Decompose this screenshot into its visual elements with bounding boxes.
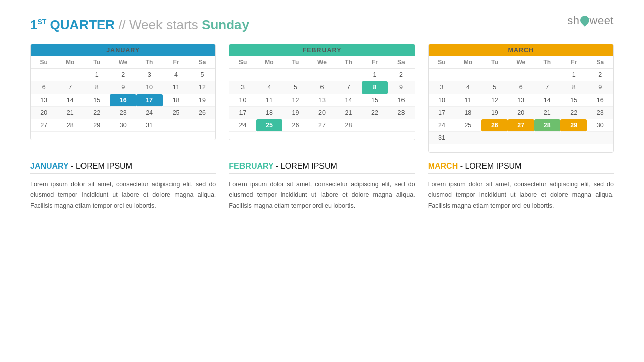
dow-cell: Mo: [455, 56, 481, 69]
day-cell: 27: [309, 119, 335, 132]
day-cell: 25: [256, 119, 282, 132]
dow-cell: Th: [534, 56, 560, 69]
info-body: Lorem ipsum dolor sit amet, consectetur …: [428, 179, 614, 211]
day-cell: 24: [136, 107, 163, 119]
day-cell: 22: [560, 107, 587, 119]
dow-cell: Sa: [587, 56, 613, 69]
day-cell: 2: [388, 69, 415, 81]
dow-cell: Tu: [84, 56, 110, 69]
day-cell: 18: [163, 94, 189, 107]
day-cell: 31: [429, 132, 455, 144]
day-cell: 11: [455, 94, 481, 107]
day-cell: 25: [455, 119, 481, 132]
day-cell: 8: [560, 81, 587, 94]
day-cell: 26: [189, 107, 216, 119]
day-cell: [282, 69, 308, 81]
day-cell: 28: [534, 119, 560, 132]
day-cell: 7: [534, 81, 560, 94]
info-title-suffix: - LOREM IPSUM: [274, 162, 337, 170]
day-cell: 14: [335, 94, 361, 107]
dow-cell: Su: [31, 56, 57, 69]
day-cell: 9: [388, 81, 415, 94]
day-cell: 10: [229, 94, 256, 107]
cal-table-january: JANUARYSuMoTuWeThFrSa1234567891011121314…: [30, 44, 216, 140]
calendar-january: JANUARYSuMoTuWeThFrSa1234567891011121314…: [30, 44, 216, 153]
dow-cell: We: [309, 56, 335, 69]
day-cell: 6: [508, 81, 534, 94]
day-cell: 21: [335, 107, 361, 119]
cal-table-february: FEBRUARYSuMoTuWeThFrSa123456789101112131…: [229, 44, 415, 140]
dow-cell: Th: [136, 56, 163, 69]
week-start-day: Sunday: [202, 17, 249, 32]
day-cell: 4: [455, 81, 481, 94]
dow-cell: Su: [229, 56, 256, 69]
day-cell: 6: [309, 81, 335, 94]
day-cell: 8: [362, 81, 388, 94]
day-cell: [229, 69, 256, 81]
day-cell: 19: [481, 107, 508, 119]
day-cell: [429, 69, 455, 81]
day-cell: [481, 132, 508, 144]
cal-month-header-february: FEBRUARY: [229, 44, 414, 56]
dow-cell: Sa: [388, 56, 415, 69]
dow-cell: We: [508, 56, 534, 69]
day-cell: [508, 69, 534, 81]
day-cell: 26: [481, 119, 508, 132]
day-cell: 23: [587, 107, 613, 119]
day-cell: 13: [31, 94, 57, 107]
day-cell: 21: [57, 107, 83, 119]
day-cell: 5: [481, 81, 508, 94]
day-cell: 19: [282, 107, 308, 119]
day-cell: 3: [136, 69, 163, 81]
day-cell: [189, 119, 216, 132]
dow-cell: Mo: [256, 56, 282, 69]
dow-cell: Fr: [362, 56, 388, 69]
day-cell: 7: [57, 81, 83, 94]
info-month-name: JANUARY: [30, 162, 69, 170]
day-cell: 17: [229, 107, 256, 119]
day-cell: 4: [256, 81, 282, 94]
day-cell: 2: [587, 69, 613, 81]
day-cell: 12: [481, 94, 508, 107]
info-block-february: FEBRUARY - LOREM IPSUMLorem ipsum dolor …: [229, 162, 415, 211]
day-cell: 24: [229, 119, 256, 132]
day-cell: 14: [534, 94, 560, 107]
ordinal-sup: ST: [37, 18, 46, 26]
day-cell: 5: [189, 69, 216, 81]
info-block-march: MARCH - LOREM IPSUMLorem ipsum dolor sit…: [428, 162, 614, 211]
day-cell: [388, 119, 415, 132]
day-cell: 18: [455, 107, 481, 119]
info-title-january: JANUARY - LOREM IPSUM: [30, 162, 216, 171]
info-title-suffix: - LOREM IPSUM: [458, 162, 521, 170]
dow-cell: Fr: [163, 56, 189, 69]
day-cell: 12: [189, 81, 216, 94]
day-cell: 3: [429, 81, 455, 94]
day-cell: 13: [309, 94, 335, 107]
info-month-name: MARCH: [428, 162, 458, 170]
day-cell: 20: [309, 107, 335, 119]
day-cell: 16: [110, 94, 136, 107]
separator: // Week starts: [118, 17, 202, 32]
day-cell: [455, 69, 481, 81]
info-section: JANUARY - LOREM IPSUMLorem ipsum dolor s…: [30, 162, 614, 211]
day-cell: [57, 69, 83, 81]
day-cell: 28: [335, 119, 361, 132]
day-cell: 27: [508, 119, 534, 132]
dow-cell: We: [110, 56, 136, 69]
calendar-february: FEBRUARYSuMoTuWeThFrSa123456789101112131…: [229, 44, 415, 153]
dow-cell: Mo: [57, 56, 83, 69]
day-cell: 1: [84, 69, 110, 81]
info-divider: [30, 173, 216, 174]
day-cell: [362, 119, 388, 132]
logo-leaf-icon: [578, 14, 591, 26]
day-cell: 19: [189, 94, 216, 107]
logo: shweet: [567, 14, 614, 27]
info-divider: [428, 173, 614, 174]
day-cell: 13: [508, 94, 534, 107]
day-cell: 21: [534, 107, 560, 119]
day-cell: 20: [508, 107, 534, 119]
day-cell: 24: [429, 119, 455, 132]
day-cell: 31: [136, 119, 163, 132]
info-body: Lorem ipsum dolor sit amet, consectetur …: [30, 179, 216, 211]
logo-text-weet: weet: [590, 14, 614, 27]
